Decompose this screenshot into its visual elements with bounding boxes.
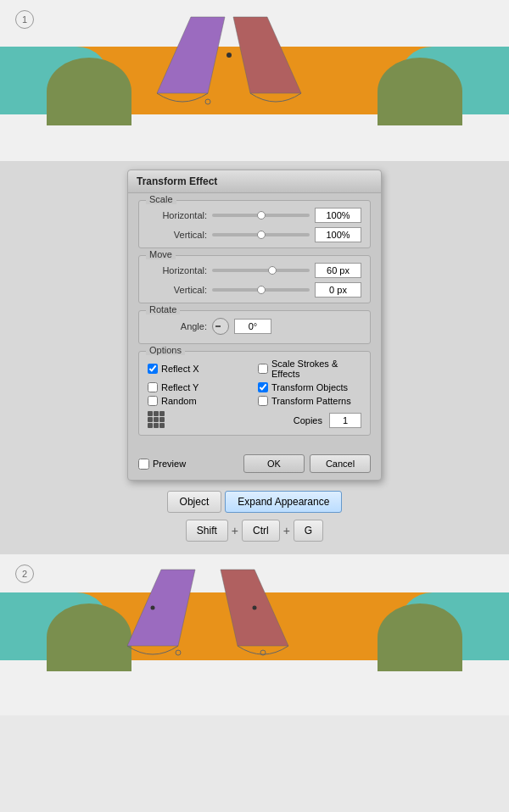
transform-patterns-label: Transform Patterns	[271, 396, 351, 406]
dialog-area: Transform Effect Scale Horizontal: Verti…	[0, 161, 509, 554]
preview-label: Preview	[153, 459, 186, 469]
transform-objects-checkbox-row[interactable]: Transform Objects	[258, 382, 361, 392]
toolbar-row: Object Expand Appearance	[167, 491, 343, 513]
random-checkbox-row[interactable]: Random	[148, 396, 251, 406]
object-button[interactable]: Object	[167, 491, 222, 513]
scale-horizontal-label: Horizontal:	[148, 210, 207, 220]
rotate-angle-input[interactable]	[234, 319, 271, 334]
scale-strokes-checkbox[interactable]	[258, 364, 268, 374]
rotate-angle-label: Angle:	[148, 321, 207, 331]
plus-icon-1: +	[232, 524, 238, 537]
canvas2-shapes	[148, 561, 361, 697]
canvas2-olive-right	[378, 603, 462, 671]
move-horizontal-input[interactable]	[315, 263, 361, 278]
scale-vertical-input[interactable]	[315, 227, 361, 242]
rotate-label: Rotate	[146, 304, 180, 314]
grid-icon	[148, 411, 166, 430]
canvas1-olive-right	[378, 58, 462, 125]
dialog-title: Transform Effect	[128, 170, 381, 193]
cancel-button[interactable]: Cancel	[310, 454, 371, 473]
ok-button[interactable]: OK	[243, 454, 305, 473]
move-section: Move Horizontal: Vertical:	[138, 255, 371, 303]
scale-strokes-label: Scale Strokes & Effects	[271, 359, 361, 379]
move-horizontal-slider[interactable]	[212, 269, 310, 272]
scale-vertical-slider[interactable]	[212, 233, 310, 236]
svg-point-3	[205, 99, 210, 104]
random-checkbox[interactable]	[148, 396, 158, 406]
transform-patterns-checkbox[interactable]	[258, 396, 268, 406]
move-vertical-label: Vertical:	[148, 285, 207, 295]
shift-key[interactable]: Shift	[186, 520, 228, 542]
canvas2-olive-left	[47, 603, 131, 671]
transform-patterns-checkbox-row[interactable]: Transform Patterns	[258, 396, 361, 406]
svg-point-9	[253, 606, 257, 610]
scale-label: Scale	[146, 194, 176, 204]
move-vertical-slider[interactable]	[212, 288, 310, 292]
canvas-2: 2	[0, 554, 509, 715]
move-horizontal-row: Horizontal:	[148, 263, 361, 278]
move-vertical-row: Vertical:	[148, 282, 361, 298]
options-grid: Reflect X Scale Strokes & Effects Reflec…	[148, 359, 361, 406]
preview-checkbox[interactable]	[138, 459, 149, 470]
svg-marker-0	[157, 17, 225, 93]
scale-strokes-checkbox-row[interactable]: Scale Strokes & Effects	[258, 359, 361, 379]
copies-input[interactable]	[329, 413, 361, 428]
move-label: Move	[146, 249, 176, 259]
random-label: Random	[161, 396, 197, 406]
canvas-1: 1	[0, 0, 509, 161]
scale-horizontal-slider[interactable]	[212, 214, 310, 217]
expand-appearance-button[interactable]: Expand Appearance	[225, 491, 342, 513]
scale-horizontal-row: Horizontal:	[148, 208, 361, 223]
copies-label: Copies	[277, 415, 322, 425]
svg-marker-1	[233, 17, 301, 93]
g-key[interactable]: G	[294, 520, 323, 542]
svg-point-5	[176, 650, 181, 655]
options-label: Options	[146, 345, 185, 355]
canvas-number-2: 2	[15, 565, 34, 583]
preview-checkbox-row[interactable]: Preview	[138, 459, 238, 470]
reflect-y-checkbox-row[interactable]: Reflect Y	[148, 382, 251, 392]
canvas1-shape	[144, 8, 314, 136]
rotate-section: Rotate Angle:	[138, 310, 371, 344]
scale-vertical-thumb[interactable]	[257, 231, 266, 239]
scale-horizontal-thumb[interactable]	[257, 211, 266, 220]
svg-point-2	[227, 53, 232, 58]
canvas1-olive-left	[47, 58, 131, 125]
scale-vertical-label: Vertical:	[148, 230, 207, 240]
reflect-y-label: Reflect Y	[161, 382, 199, 392]
canvas-number-1: 1	[15, 10, 34, 29]
copies-row: Copies	[148, 411, 361, 430]
rotate-angle-row: Angle:	[148, 318, 361, 335]
dialog-footer: Preview OK Cancel	[128, 449, 381, 480]
reflect-x-checkbox-row[interactable]: Reflect X	[148, 359, 251, 379]
scale-horizontal-input[interactable]	[315, 208, 361, 223]
reflect-x-label: Reflect X	[161, 364, 199, 374]
scale-section: Scale Horizontal: Vertical:	[138, 200, 371, 248]
reflect-y-checkbox[interactable]	[148, 382, 158, 392]
move-vertical-input[interactable]	[315, 282, 361, 298]
move-horizontal-label: Horizontal:	[148, 265, 207, 275]
angle-dial[interactable]	[212, 318, 229, 335]
transform-objects-checkbox[interactable]	[258, 382, 268, 392]
scale-vertical-row: Vertical:	[148, 227, 361, 242]
ctrl-key[interactable]: Ctrl	[242, 520, 280, 542]
plus-icon-2: +	[283, 524, 290, 537]
dialog-body: Scale Horizontal: Vertical:	[128, 193, 381, 449]
svg-point-6	[151, 606, 155, 610]
move-horizontal-thumb[interactable]	[268, 266, 277, 275]
options-section: Options Reflect X Scale Strokes & Effect…	[138, 351, 371, 436]
reflect-x-checkbox[interactable]	[148, 364, 158, 374]
shortcut-row: Shift + Ctrl + G	[186, 520, 323, 542]
transform-effect-dialog: Transform Effect Scale Horizontal: Verti…	[127, 170, 382, 481]
transform-objects-label: Transform Objects	[271, 382, 348, 392]
move-vertical-thumb[interactable]	[257, 286, 266, 294]
